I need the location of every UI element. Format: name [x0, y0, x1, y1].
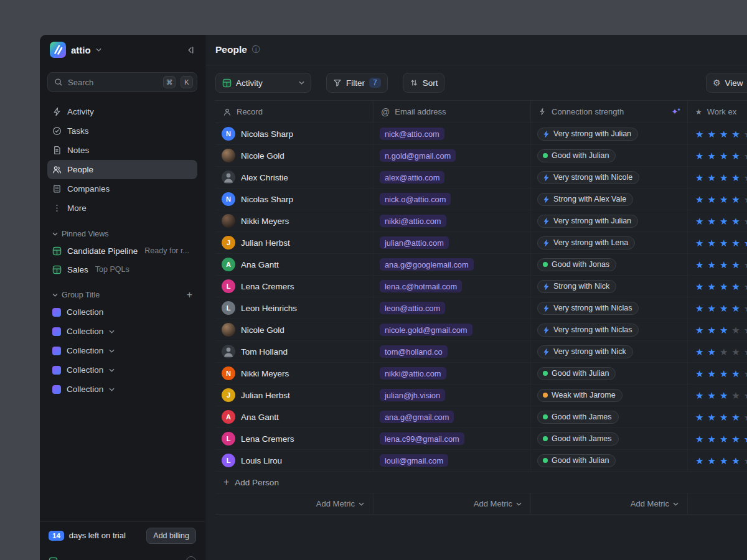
email-badge[interactable]: lena.c99@gmail.com — [380, 432, 464, 445]
email-badge[interactable]: julian@jh.vision — [380, 389, 445, 401]
view-settings-button[interactable]: ⚙ View — [706, 73, 747, 93]
pinned-view-candidate-pipeline[interactable]: Candidate Pipeline Ready for r... — [47, 241, 197, 260]
sidebar-item-more[interactable]: More — [47, 198, 197, 218]
add-metric-button[interactable]: Add Metric — [531, 493, 688, 514]
sidebar-item-activity[interactable]: Activity — [47, 102, 197, 121]
record-cell[interactable]: Nikki Meyers — [215, 210, 374, 231]
collection-item[interactable]: Collection — [47, 302, 197, 322]
filter-button[interactable]: Filter 7 — [326, 73, 388, 93]
record-cell[interactable]: JJulian Herbst — [215, 385, 374, 406]
email-badge[interactable]: n.gold@gmail.com — [380, 149, 456, 162]
work-experience-rating[interactable]: ★★★★★ — [688, 450, 747, 471]
work-experience-rating[interactable]: ★★★★★ — [688, 167, 747, 188]
sidebar-item-companies[interactable]: Companies — [47, 179, 197, 198]
collapse-sidebar-icon[interactable] — [186, 45, 195, 55]
table-row[interactable]: NNicolas Sharpnick.o@attio.comStrong wit… — [215, 189, 747, 210]
connection-badge[interactable]: Very strong with Nick — [537, 345, 633, 358]
email-badge[interactable]: nick@attio.com — [380, 128, 444, 140]
email-badge[interactable]: alex@attio.com — [380, 171, 444, 184]
record-cell[interactable]: Nicole Gold — [215, 319, 374, 340]
email-badge[interactable]: nikki@attio.com — [380, 367, 446, 380]
sidebar-item-tasks[interactable]: Tasks — [47, 121, 197, 141]
table-row[interactable]: LLena Cremerslena.c@hotmail.comStrong wi… — [215, 276, 747, 297]
email-badge[interactable]: nick.o@attio.com — [380, 193, 451, 205]
connection-badge[interactable]: Good with Julian — [537, 149, 616, 162]
add-billing-button[interactable]: Add billing — [146, 528, 196, 544]
record-cell[interactable]: Tom Holland — [215, 341, 374, 362]
connection-badge[interactable]: Good with James — [537, 411, 619, 424]
connection-badge[interactable]: Weak with Jarome — [537, 389, 622, 402]
work-experience-rating[interactable]: ★★★★★ — [688, 319, 747, 340]
pinned-view-sales[interactable]: Sales Top PQLs — [47, 260, 197, 279]
table-row[interactable]: Tom Hollandtom@holland.coVery strong wit… — [215, 341, 747, 363]
work-experience-rating[interactable]: ★★★★★ — [688, 189, 747, 210]
column-header-email[interactable]: @ Email address — [374, 101, 531, 123]
work-experience-rating[interactable]: ★★★★★ — [688, 297, 747, 319]
table-row[interactable]: AAna Ganttana.g@googlemail.comGood with … — [215, 254, 747, 276]
work-experience-rating[interactable]: ★★★★★ — [688, 406, 747, 427]
table-row[interactable]: LLena Cremerslena.c99@gmail.comGood with… — [215, 428, 747, 450]
add-person-button[interactable]: + Add Person — [215, 472, 747, 493]
collection-item[interactable]: Collection — [47, 341, 197, 360]
work-experience-rating[interactable]: ★★★★★ — [688, 276, 747, 297]
view-selector-dropdown[interactable]: Activity — [215, 73, 311, 93]
table-row[interactable]: NNikki Meyersnikki@attio.comGood with Ju… — [215, 363, 747, 385]
table-row[interactable]: Nikki Meyersnikki@attio.comVery strong w… — [215, 210, 747, 232]
email-badge[interactable]: louli@gmail.com — [380, 454, 448, 467]
column-header-record[interactable]: Record — [215, 101, 374, 123]
column-header-connection[interactable]: Connection strength ✦✦ — [531, 101, 688, 123]
record-cell[interactable]: Nicole Gold — [215, 145, 374, 166]
work-experience-rating[interactable]: ★★★★★ — [688, 232, 747, 253]
table-row[interactable]: JJulian Herbstjulian@jh.visionWeak with … — [215, 385, 747, 406]
work-experience-rating[interactable]: ★★★★★ — [688, 341, 747, 362]
email-badge[interactable]: nicole.gold@gmail.com — [380, 324, 472, 336]
connection-badge[interactable]: Strong with Alex Vale — [537, 193, 633, 206]
email-badge[interactable]: ana.g@gmail.com — [380, 411, 454, 423]
connection-badge[interactable]: Good with Julian — [537, 367, 616, 380]
work-experience-rating[interactable]: ★★★★★ — [688, 254, 747, 275]
sidebar-item-notes[interactable]: Notes — [47, 141, 197, 160]
record-cell[interactable]: JJulian Herbst — [215, 232, 374, 253]
record-cell[interactable]: LLena Cremers — [215, 276, 374, 297]
connection-badge[interactable]: Good with Julian — [537, 454, 616, 467]
table-row[interactable]: Nicole Goldnicole.gold@gmail.comVery str… — [215, 319, 747, 341]
connection-badge[interactable]: Strong with Nick — [537, 280, 616, 293]
connection-badge[interactable]: Very strong with Julian — [537, 128, 638, 141]
record-cell[interactable]: LLouis Lirou — [215, 450, 374, 471]
table-row[interactable]: LLeon Heinrichsleon@attio.comVery strong… — [215, 297, 747, 319]
work-experience-rating[interactable]: ★★★★★ — [688, 363, 747, 384]
connection-badge[interactable]: Very strong with Lena — [537, 236, 635, 250]
record-cell[interactable]: NNikki Meyers — [215, 363, 374, 384]
workspace-switcher[interactable]: attio — [47, 35, 197, 65]
table-row[interactable]: Nicole Goldn.gold@gmail.comGood with Jul… — [215, 145, 747, 167]
add-collection-icon[interactable]: + — [187, 290, 192, 300]
work-experience-rating[interactable]: ★★★★★ — [688, 428, 747, 449]
email-badge[interactable]: leon@attio.com — [380, 302, 445, 314]
table-row[interactable]: Alex Christiealex@attio.comVery strong w… — [215, 167, 747, 189]
connection-badge[interactable]: Very strong with Niclas — [537, 302, 639, 315]
table-row[interactable]: JJulian Herbstjulian@attio.comVery stron… — [215, 232, 747, 254]
connection-badge[interactable]: Good with James — [537, 432, 619, 446]
table-row[interactable]: AAna Ganttana.g@gmail.comGood with James… — [215, 406, 747, 428]
email-badge[interactable]: julian@attio.com — [380, 236, 449, 249]
sort-button[interactable]: Sort — [403, 73, 445, 93]
group-title-header[interactable]: Group Title + — [47, 287, 197, 302]
add-metric-button[interactable]: Add Metric — [374, 493, 531, 514]
email-badge[interactable]: lena.c@hotmail.com — [380, 280, 462, 292]
record-cell[interactable]: LLena Cremers — [215, 428, 374, 449]
collection-item[interactable]: Collection — [47, 380, 197, 399]
connection-badge[interactable]: Very strong with Julian — [537, 215, 638, 228]
record-cell[interactable]: NNicolas Sharp — [215, 189, 374, 210]
pinned-views-header[interactable]: Pinned Views — [47, 226, 197, 241]
table-view-icon[interactable] — [49, 557, 58, 560]
email-badge[interactable]: nikki@attio.com — [380, 215, 446, 227]
connection-badge[interactable]: Very strong with Niclas — [537, 324, 639, 337]
email-badge[interactable]: ana.g@googlemail.com — [380, 258, 474, 271]
help-icon[interactable] — [186, 556, 196, 560]
info-icon[interactable]: ⓘ — [252, 44, 260, 55]
record-cell[interactable]: LLeon Heinrichs — [215, 297, 374, 319]
work-experience-rating[interactable]: ★★★★★ — [688, 210, 747, 231]
search-input[interactable]: Search ⌘ K — [47, 72, 197, 92]
work-experience-rating[interactable]: ★★★★★ — [688, 123, 747, 144]
record-cell[interactable]: AAna Gantt — [215, 254, 374, 275]
